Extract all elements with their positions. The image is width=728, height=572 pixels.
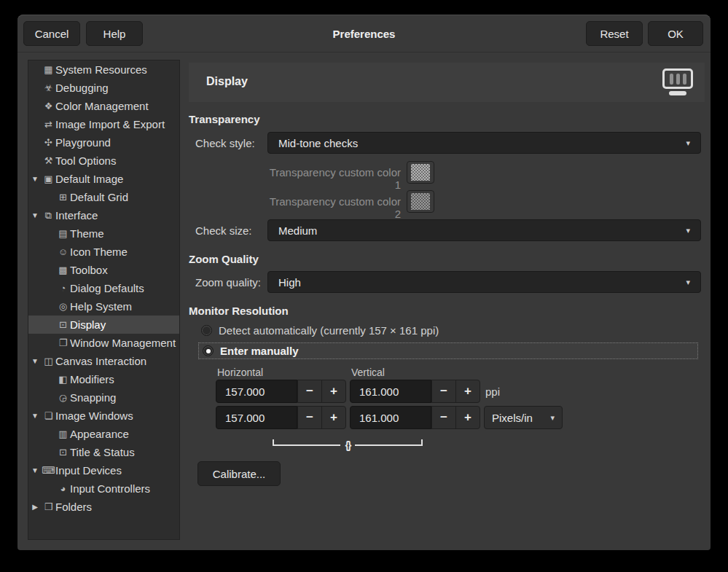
appearance-icon: ▥: [56, 428, 70, 439]
sidebar-item-label: Debugging: [55, 82, 109, 94]
custom-color-2-swatch[interactable]: [407, 190, 434, 213]
horizontal-ppi-increment-button[interactable]: +: [321, 380, 346, 403]
sidebar-item-dialog-defaults[interactable]: ◔Dialog Defaults: [28, 279, 179, 297]
color-management-icon: ❖: [42, 101, 55, 111]
check-size-dropdown[interactable]: Medium ▾: [267, 219, 701, 241]
horizontal-column-label: Horizontal: [217, 367, 263, 378]
ok-button[interactable]: OK: [648, 21, 703, 46]
sidebar-item-icon-theme[interactable]: ☺Icon Theme: [28, 243, 179, 261]
sidebar-item-label: Window Management: [70, 337, 176, 349]
sidebar-item-label: Dialog Defaults: [70, 282, 144, 294]
vertical-column-label: Vertical: [351, 367, 385, 378]
sidebar-item-label: Toolbox: [70, 264, 108, 276]
enter-manually-label: Enter manually: [220, 345, 299, 357]
sidebar-item-input-controllers[interactable]: ◕Input Controllers: [28, 479, 179, 498]
sidebar-item-default-grid[interactable]: ⊞Default Grid: [28, 188, 179, 206]
expander-open-icon[interactable]: ▼: [28, 357, 42, 365]
calibrate-button[interactable]: Calibrate...: [197, 461, 281, 486]
check-style-dropdown[interactable]: Mid-tone checks ▾: [267, 132, 701, 154]
sidebar-item-window-management[interactable]: ❐Window Management: [28, 334, 179, 352]
monitor-icon: [661, 68, 694, 96]
sidebar-item-default-image[interactable]: ▼▣Default Image: [28, 170, 179, 188]
sidebar-item-color-management[interactable]: ❖Color Management: [28, 97, 179, 115]
image-windows-icon: ❏: [42, 410, 55, 421]
interface-icon: ⧉: [42, 210, 55, 222]
input-controllers-icon: ◕: [56, 483, 70, 494]
horizontal-ppi-decrement-button[interactable]: −: [297, 380, 322, 403]
page-title: Display: [206, 75, 248, 88]
radio-off-icon[interactable]: [201, 325, 212, 336]
custom-color-1-swatch[interactable]: [407, 161, 434, 184]
sidebar-item-title-status[interactable]: ⊡Title & Status: [28, 443, 179, 461]
zoom-quality-dropdown[interactable]: High ▾: [267, 271, 701, 293]
expander-open-icon[interactable]: ▼: [28, 211, 42, 219]
monitor-resolution-section-title: Monitor Resolution: [189, 305, 289, 317]
horizontal-unit-decrement-button[interactable]: −: [297, 406, 322, 429]
sidebar-item-label: Appearance: [70, 428, 129, 440]
sidebar-item-appearance[interactable]: ▥Appearance: [28, 425, 179, 443]
sidebar-item-image-windows[interactable]: ▼❏Image Windows: [28, 407, 179, 425]
sidebar-item-input-devices[interactable]: ▼⌨Input Devices: [28, 461, 179, 479]
enter-manually-radio[interactable]: Enter manually: [198, 342, 698, 359]
folders-icon: ❒: [42, 501, 55, 512]
system-resources-icon: ▦: [42, 64, 55, 75]
sidebar-item-label: Image Windows: [55, 410, 133, 422]
detect-automatically-radio[interactable]: Detect automatically (currently 157 × 16…: [201, 324, 439, 337]
expander-closed-icon[interactable]: ▶: [28, 503, 42, 511]
expander-open-icon[interactable]: ▼: [28, 175, 42, 183]
horizontal-unit-increment-button[interactable]: +: [321, 406, 346, 429]
sidebar-item-theme[interactable]: ▤Theme: [28, 224, 179, 243]
sidebar-item-label: Image Import & Export: [55, 118, 165, 130]
broken-chain-icon: {}: [345, 442, 351, 449]
sidebar-item-help-system[interactable]: ◎Help System: [28, 297, 179, 316]
sidebar-item-system-resources[interactable]: ▦System Resources: [28, 60, 179, 79]
sidebar-item-image-import-export[interactable]: ⇄Image Import & Export: [28, 115, 179, 133]
debugging-icon: ☣: [42, 82, 55, 93]
modifiers-icon: ◧: [56, 374, 70, 385]
reset-button[interactable]: Reset: [586, 21, 643, 46]
chain-link-toggle[interactable]: {}: [273, 434, 423, 446]
zoom-quality-value: High: [278, 276, 301, 289]
detect-automatically-label: Detect automatically (currently 157 × 16…: [219, 324, 439, 337]
sidebar-item-label: Canvas Interaction: [55, 355, 146, 367]
vertical-ppi-decrement-button[interactable]: −: [431, 380, 456, 403]
check-size-value: Medium: [278, 224, 317, 237]
help-system-icon: ◎: [56, 301, 70, 312]
radio-on-icon[interactable]: [203, 345, 214, 356]
sidebar-item-label: Input Devices: [55, 464, 122, 477]
sidebar-item-modifiers[interactable]: ◧Modifiers: [28, 370, 179, 388]
vertical-unit-input[interactable]: [350, 406, 431, 429]
sidebar-item-label: System Resources: [55, 63, 147, 76]
unit-dropdown[interactable]: Pixels/in ▾: [484, 406, 563, 429]
sidebar-item-label: Title & Status: [70, 446, 135, 458]
dialog-header-bar: Preferences Cancel Help Reset OK: [17, 15, 711, 52]
sidebar-item-tool-options[interactable]: ⚒Tool Options: [28, 152, 179, 170]
expander-open-icon[interactable]: ▼: [28, 466, 42, 474]
cancel-button[interactable]: Cancel: [23, 21, 80, 46]
sidebar-item-label: Interface: [55, 209, 98, 222]
chevron-down-icon: ▾: [686, 278, 690, 287]
sidebar-item-interface[interactable]: ▼⧉Interface: [28, 206, 179, 224]
sidebar-item-label: Input Controllers: [70, 482, 150, 495]
sidebar-item-debugging[interactable]: ☣Debugging: [28, 79, 179, 97]
vertical-ppi-input[interactable]: [350, 380, 431, 403]
check-style-value: Mid-tone checks: [278, 137, 358, 149]
theme-icon: ▤: [56, 228, 70, 239]
horizontal-ppi-input[interactable]: [216, 380, 297, 403]
sidebar-item-snapping[interactable]: ◶Snapping: [28, 388, 179, 407]
vertical-ppi-increment-button[interactable]: +: [455, 380, 480, 403]
sidebar-item-folders[interactable]: ▶❒Folders: [28, 498, 179, 516]
sidebar-item-display[interactable]: ⊡Display: [28, 316, 179, 334]
chevron-down-icon: ▾: [550, 413, 555, 423]
chevron-down-icon: ▾: [686, 138, 690, 148]
monitor-icon-screen: [662, 68, 693, 89]
vertical-unit-increment-button[interactable]: +: [455, 406, 480, 429]
vertical-unit-decrement-button[interactable]: −: [431, 406, 456, 429]
sidebar-item-toolbox[interactable]: ▩Toolbox: [28, 261, 179, 279]
sidebar-item-label: Tool Options: [55, 154, 116, 167]
sidebar-item-canvas-interaction[interactable]: ▼◫Canvas Interaction: [28, 352, 179, 370]
sidebar-item-playground[interactable]: ✣Playground: [28, 133, 179, 152]
horizontal-unit-input[interactable]: [216, 406, 297, 429]
expander-open-icon[interactable]: ▼: [28, 412, 42, 420]
help-button[interactable]: Help: [86, 21, 143, 46]
